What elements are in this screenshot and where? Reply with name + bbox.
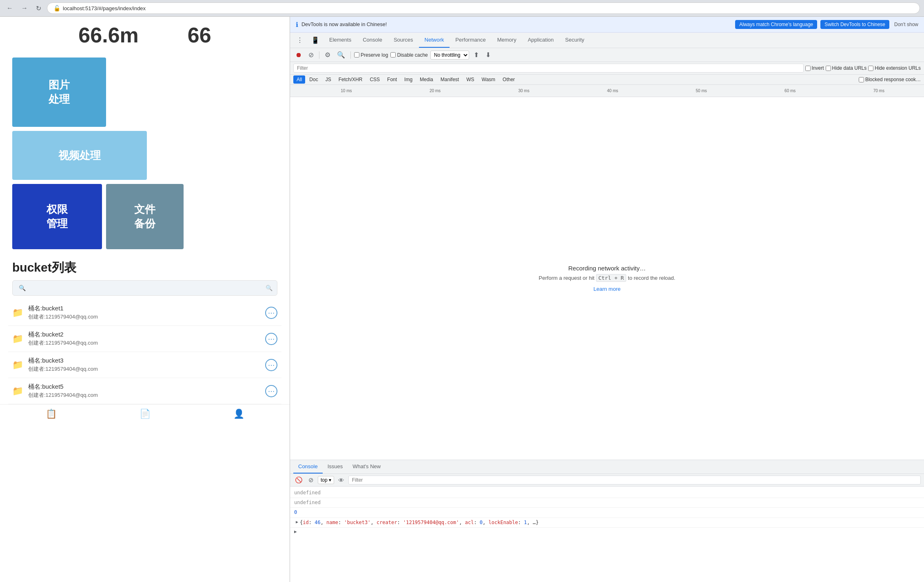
switch-to-chinese-button[interactable]: Switch DevTools to Chinese: [820, 20, 889, 29]
tab-console[interactable]: Console: [357, 33, 388, 48]
tile-image-processing[interactable]: 图片 处理: [12, 58, 106, 127]
console-line: 0: [290, 508, 924, 518]
preserve-log-checkbox[interactable]: [354, 52, 359, 58]
console-filter-input[interactable]: [348, 476, 921, 485]
timeline-mark-20: 20 ms: [430, 89, 441, 93]
stats-row: 66.6m 66: [0, 17, 290, 53]
blocked-cookies-checkbox[interactable]: [859, 77, 864, 82]
type-filter-fetch-xhr[interactable]: Fetch/XHR: [335, 75, 366, 84]
console-clear-button[interactable]: 🚫: [293, 476, 304, 485]
dont-show-button[interactable]: Don't show: [894, 22, 918, 27]
bucket-menu-button[interactable]: ···: [265, 333, 277, 345]
reload-button[interactable]: ↻: [33, 3, 44, 14]
console-context-selector[interactable]: top ▾: [318, 476, 334, 484]
type-filter-css[interactable]: CSS: [366, 75, 383, 84]
preserve-log-label[interactable]: Preserve log: [354, 52, 388, 58]
bucket-info: 桶名:bucket2 创建者:1219579404@qq.com: [28, 331, 260, 347]
clear-button[interactable]: ⊘: [306, 50, 316, 60]
timeline-mark-50: 50 ms: [696, 89, 707, 93]
import-har-button[interactable]: ⬆: [472, 50, 481, 60]
tab-sources[interactable]: Sources: [388, 33, 419, 48]
page-bottom-nav: 📋 📄 👤: [0, 404, 290, 423]
type-filter-doc[interactable]: Doc: [306, 75, 321, 84]
bottom-icon-3[interactable]: 👤: [233, 409, 244, 419]
bucket-search-input[interactable]: [12, 280, 277, 296]
console-tab-console[interactable]: Console: [293, 460, 323, 474]
browser-chrome: ← → ↻ 🔓 localhost:5173/#/pages/index/ind…: [0, 0, 924, 17]
type-filter-js[interactable]: JS: [322, 75, 335, 84]
search-button[interactable]: 🔍: [335, 50, 347, 60]
console-context-label: top: [321, 477, 328, 483]
bucket-menu-button[interactable]: ···: [265, 359, 277, 371]
filter-input[interactable]: [293, 64, 804, 73]
type-filter-ws[interactable]: WS: [463, 75, 477, 84]
type-filter-font[interactable]: Font: [384, 75, 400, 84]
tab-memory[interactable]: Memory: [492, 33, 522, 48]
export-har-button[interactable]: ⬇: [483, 50, 493, 60]
type-filter-manifest[interactable]: Manifest: [437, 75, 462, 84]
tab-security[interactable]: Security: [559, 33, 590, 48]
console-content: undefined undefined 0 ▶ {id: 46, name: '…: [290, 487, 924, 582]
main-layout: 66.6m 66 图片 处理 视频处理 权限 管理 文件 备份 bucket列表: [0, 17, 924, 582]
bucket-folder-icon: 📁: [12, 334, 23, 344]
tab-elements[interactable]: Elements: [324, 33, 357, 48]
device-toolbar-icon[interactable]: 📱: [307, 33, 324, 47]
match-language-button[interactable]: Always match Chrome's language: [735, 20, 817, 29]
disable-cache-label[interactable]: Disable cache: [390, 52, 428, 58]
bottom-icon-1[interactable]: 📋: [46, 409, 57, 419]
filter-button[interactable]: ⚙: [323, 50, 332, 60]
console-tab-whatsnew[interactable]: What's New: [348, 460, 386, 474]
tab-application[interactable]: Application: [522, 33, 560, 48]
bucket-name: 桶名:bucket3: [28, 357, 260, 365]
bucket-menu-button[interactable]: ···: [265, 385, 277, 397]
timeline-mark-60: 60 ms: [784, 89, 795, 93]
disable-cache-checkbox[interactable]: [390, 52, 396, 58]
console-line: undefined: [290, 488, 924, 498]
expand-arrow-button[interactable]: ▶: [294, 529, 297, 534]
tile-file-backup[interactable]: 文件 备份: [106, 184, 184, 249]
console-eye-button[interactable]: 👁: [337, 476, 346, 485]
invert-checkbox[interactable]: [805, 66, 811, 71]
expand-object-button[interactable]: ▶: [294, 520, 300, 524]
type-filter-other[interactable]: Other: [499, 75, 518, 84]
type-filter-img[interactable]: Img: [401, 75, 416, 84]
bucket-menu-button[interactable]: ···: [265, 307, 277, 319]
hide-data-urls-checkbox[interactable]: [826, 66, 831, 71]
back-button[interactable]: ←: [4, 3, 16, 13]
keyboard-shortcut: Ctrl + R: [596, 274, 627, 282]
devtools-notification: ℹ DevTools is now available in Chinese! …: [290, 17, 924, 33]
learn-more-link[interactable]: Learn more: [594, 286, 620, 292]
throttle-select[interactable]: No throttling: [430, 51, 469, 60]
bucket-name: 桶名:bucket5: [28, 383, 260, 391]
type-filter-all[interactable]: All: [293, 75, 305, 84]
bucket-info: 桶名:bucket3 创建者:1219579404@qq.com: [28, 357, 260, 373]
stat-1: 66.6m: [78, 23, 138, 47]
hide-data-urls-label[interactable]: Hide data URLs: [826, 65, 867, 71]
tab-network[interactable]: Network: [419, 33, 450, 48]
invert-label[interactable]: Invert: [805, 65, 824, 71]
timeline-header: 10 ms 20 ms 30 ms 40 ms 50 ms 60 ms 70 m…: [290, 85, 924, 97]
console-line: undefined: [290, 498, 924, 508]
timeline-mark-10: 10 ms: [341, 89, 352, 93]
blocked-cookies-label[interactable]: Blocked response cook…: [859, 77, 921, 82]
secure-icon: 🔓: [53, 5, 60, 11]
bottom-icon-2[interactable]: 📄: [140, 409, 151, 419]
console-tab-issues[interactable]: Issues: [323, 460, 348, 474]
type-filter-media[interactable]: Media: [417, 75, 437, 84]
console-object-line: ▶ {id: 46, name: 'bucket3', creater: '12…: [290, 518, 924, 528]
tile-video[interactable]: 视频处理: [12, 131, 147, 180]
devtools-menu-icon[interactable]: ⋮: [292, 33, 307, 47]
tab-performance[interactable]: Performance: [450, 33, 491, 48]
console-filter-icon-button[interactable]: ⊘: [307, 476, 315, 485]
tile-permissions[interactable]: 权限 管理: [12, 184, 102, 249]
forward-button[interactable]: →: [19, 3, 30, 13]
bucket-title: bucket列表: [0, 253, 290, 280]
type-filter-wasm[interactable]: Wasm: [479, 75, 499, 84]
record-button[interactable]: ⏺: [293, 50, 304, 60]
console-object-text: {id: 46, name: 'bucket3', creater: '1219…: [300, 519, 538, 527]
hide-extension-urls-label[interactable]: Hide extension URLs: [868, 65, 921, 71]
hide-extension-urls-checkbox[interactable]: [868, 66, 873, 71]
console-tab-bar: Console Issues What's New: [290, 460, 924, 474]
info-icon: ℹ: [296, 21, 298, 29]
address-bar[interactable]: 🔓 localhost:5173/#/pages/index/index: [47, 2, 920, 14]
